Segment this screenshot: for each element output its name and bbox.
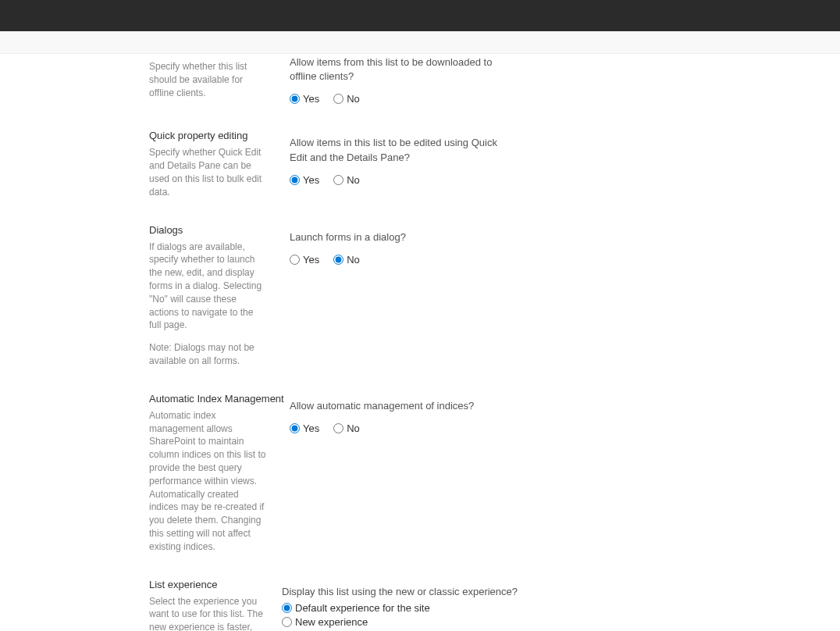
listexp-default-radio[interactable]: Default experience for the site <box>282 602 840 614</box>
radio-label: New experience <box>295 616 368 628</box>
dialogs-yes-input[interactable] <box>290 255 300 265</box>
offline-no-input[interactable] <box>333 94 343 104</box>
offline-radio-group: Yes No <box>290 93 840 105</box>
listexp-desc: Select the experience you want to use fo… <box>149 595 266 632</box>
dialogs-desc: If dialogs are available, specify whethe… <box>149 241 266 333</box>
radio-label: No <box>347 93 360 105</box>
autoindex-yes-radio[interactable]: Yes <box>290 422 319 434</box>
radio-label: Yes <box>303 422 319 434</box>
dialogs-question: Launch forms in a dialog? <box>290 230 508 244</box>
autoindex-no-input[interactable] <box>333 423 343 433</box>
top-app-bar <box>0 0 840 31</box>
listexp-default-input[interactable] <box>282 603 292 613</box>
radio-label: Yes <box>303 93 319 105</box>
offline-desc: Specify whether this list should be avai… <box>149 60 266 99</box>
dialogs-title: Dialogs <box>149 224 290 236</box>
dialogs-note: Note: Dialogs may not be available on al… <box>149 341 266 368</box>
autoindex-title: Automatic Index Management <box>149 393 290 405</box>
radio-label: Default experience for the site <box>295 602 430 614</box>
radio-label: No <box>347 174 360 186</box>
autoindex-yes-input[interactable] <box>290 423 300 433</box>
autoindex-no-radio[interactable]: No <box>333 422 360 434</box>
radio-label: No <box>347 422 360 434</box>
quickedit-desc: Specify whether Quick Edit and Details P… <box>149 146 266 198</box>
autoindex-desc: Automatic index management allows ShareP… <box>149 409 266 554</box>
listexp-radio-group: Default experience for the site New expe… <box>282 602 840 631</box>
dialogs-no-input[interactable] <box>333 255 343 265</box>
radio-label: Yes <box>303 254 319 266</box>
settings-form: Specify whether this list should be avai… <box>0 60 840 631</box>
autoindex-radio-group: Yes No <box>290 422 840 434</box>
dialogs-no-radio[interactable]: No <box>333 254 360 266</box>
quickedit-no-input[interactable] <box>333 175 343 185</box>
autoindex-question: Allow automatic management of indices? <box>290 399 508 413</box>
listexp-title: List experience <box>149 579 290 590</box>
offline-yes-radio[interactable]: Yes <box>290 93 319 105</box>
quickedit-title: Quick property editing <box>149 130 290 141</box>
listexp-new-input[interactable] <box>282 617 292 627</box>
offline-yes-input[interactable] <box>290 94 300 104</box>
offline-question: Allow items from this list to be downloa… <box>290 55 508 84</box>
dialogs-radio-group: Yes No <box>290 254 840 266</box>
sub-bar <box>0 31 840 54</box>
quickedit-question: Allow items in this list to be edited us… <box>290 136 508 164</box>
quickedit-yes-input[interactable] <box>290 175 300 185</box>
listexp-question: Display this list using the new or class… <box>282 585 840 599</box>
dialogs-yes-radio[interactable]: Yes <box>290 254 319 266</box>
quickedit-yes-radio[interactable]: Yes <box>290 174 319 186</box>
offline-no-radio[interactable]: No <box>333 93 360 105</box>
radio-label: No <box>347 254 360 266</box>
quickedit-radio-group: Yes No <box>290 174 840 186</box>
radio-label: Yes <box>303 174 319 186</box>
quickedit-no-radio[interactable]: No <box>333 174 360 186</box>
listexp-new-radio[interactable]: New experience <box>282 616 840 628</box>
